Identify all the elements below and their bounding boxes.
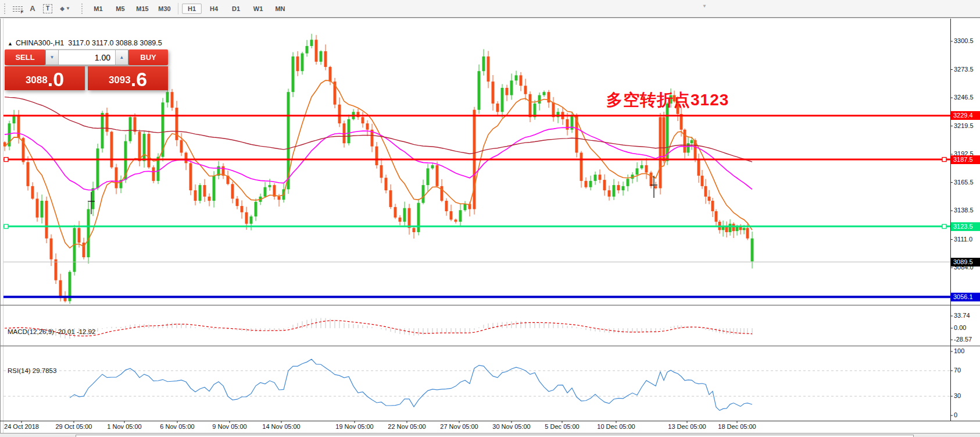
price-badge-3056.1: 3056.1 (951, 293, 980, 301)
volume-stepper: ▼ ▲ (45, 49, 128, 65)
arrows-glyph: ◆ (60, 5, 65, 12)
timeframe-button-m30[interactable]: M30 (155, 3, 174, 14)
macd-scale-label: 0.00 (954, 324, 966, 331)
sell-button[interactable]: SELL (5, 49, 45, 65)
timeframe-button-d1[interactable]: D1 (226, 3, 246, 14)
timeframe-button-w1[interactable]: W1 (248, 3, 268, 14)
time-axis-label: 24 Oct 2018 (4, 423, 39, 430)
timeframe-button-h4[interactable]: H4 (204, 3, 224, 14)
volume-decrease-button[interactable]: ▼ (46, 50, 59, 65)
sell-price-fraction: .0 (48, 69, 64, 89)
buy-price-main: 3093 (109, 72, 131, 89)
resistance-line-3187-handle[interactable] (4, 158, 8, 162)
mt4-application-window: { "toolbar": { "icons": [ {"name": "fibo… (0, 0, 980, 437)
price-tick-label: 3111.0 (954, 236, 972, 243)
time-axis-label: 5 Dec 05:00 (545, 423, 579, 430)
time-axis-label: 29 Oct 05:00 (56, 423, 92, 430)
timeframe-button-m15[interactable]: M15 (133, 3, 152, 14)
toolbar-separator (178, 3, 178, 15)
chinese-annotation-text: 多空转折点3123 (606, 89, 729, 111)
support-line-3123-handle[interactable] (942, 225, 946, 229)
timeframe-button-group: M1M5M15M30H1H4D1W1MN (87, 3, 291, 15)
sell-price-display[interactable]: 3088 .0 (5, 66, 85, 90)
timeframe-button-m1[interactable]: M1 (88, 3, 108, 14)
toolbar: F A T ◆ ▼ M1M5M15M30H1H4D1W1MN ▼ (0, 0, 980, 17)
price-tick-label: 3138.5 (954, 207, 974, 214)
time-axis-label: 13 Dec 05:00 (668, 423, 706, 430)
time-axis-label: 19 Nov 05:00 (335, 423, 373, 430)
price-tick-label: 3219.5 (954, 122, 974, 129)
price-tick-label: 3300.5 (954, 37, 974, 44)
time-axis-label: 22 Nov 05:00 (388, 423, 425, 430)
toolbar-overflow-caret[interactable]: ▼ (702, 3, 707, 9)
price-badge-3229.4: 3229.4 (951, 111, 980, 120)
fibonacci-lines-glyph: F (13, 5, 23, 12)
rsi-indicator-label: RSI(14) 29.7853 (8, 367, 56, 374)
buy-price-fraction: .6 (131, 69, 147, 89)
buy-price-display[interactable]: 3093 .6 (88, 66, 168, 90)
resistance-line-3187-handle[interactable] (942, 158, 946, 162)
time-axis-label: 9 Nov 05:00 (212, 423, 246, 430)
volume-input[interactable] (59, 50, 115, 65)
timeframe-button-h1[interactable]: H1 (182, 3, 202, 14)
timeframe-button-m5[interactable]: M5 (110, 3, 130, 14)
macd-scale-label: -28.57 (954, 336, 972, 343)
rsi-scale-label: 30 (954, 392, 961, 399)
buy-button[interactable]: BUY (128, 49, 168, 65)
timeframe-button-mn[interactable]: MN (270, 3, 290, 14)
symbol-name: CHINA300-,H1 (16, 39, 64, 47)
support-line-3123-handle[interactable] (4, 225, 8, 229)
collapse-triangle-icon[interactable]: ▲ (8, 41, 13, 47)
price-badge-3187.5: 3187.5 (951, 155, 980, 164)
volume-increase-button[interactable]: ▲ (115, 50, 128, 65)
time-axis-label: 27 Nov 05:00 (440, 423, 478, 430)
chart-window: ▲CHINA300-,H1 3117.0 3117.0 3088.8 3089.… (0, 17, 980, 437)
macd-scale-label: 33.74 (954, 312, 970, 319)
one-click-trading-panel: SELL ▼ ▲ BUY 3088 .0 3093 .6 (5, 49, 168, 90)
time-axis-label: 14 Nov 05:00 (262, 423, 300, 430)
price-tick-label: 3273.5 (954, 66, 974, 73)
toolbar-grip-2[interactable] (81, 3, 84, 15)
time-axis-label: 10 Dec 05:00 (597, 423, 635, 430)
arrows-tool-icon[interactable]: ◆ ▼ (55, 2, 75, 15)
rsi-scale-label: 100 (954, 347, 964, 354)
time-axis-label: 1 Nov 05:00 (107, 423, 141, 430)
rsi-scale-label: 70 (954, 367, 961, 374)
rsi-scale-label: 0 (954, 411, 957, 418)
time-axis-label: 6 Nov 05:00 (160, 423, 194, 430)
price-tick-label: 3246.5 (954, 94, 974, 101)
arrows-dropdown-caret[interactable]: ▼ (66, 6, 70, 11)
chart-tab-bar[interactable] (0, 433, 980, 437)
text-label-glyph: T (43, 4, 52, 13)
text-label-tool-icon[interactable]: T (40, 2, 55, 15)
macd-indicator-label: MACD(12,26,9) -20.01 -12.92 (8, 328, 96, 335)
ohlc-values: 3117.0 3117.0 3088.8 3089.5 (68, 39, 162, 47)
price-badge-3089.5: 3089.5 (951, 258, 980, 267)
time-axis-label: 18 Dec 05:00 (718, 423, 756, 430)
price-tick-label: 3165.5 (954, 179, 974, 186)
chart-tab[interactable] (76, 435, 914, 437)
time-axis-label: 30 Nov 05:00 (492, 423, 530, 430)
price-badge-3123.5: 3123.5 (951, 222, 980, 231)
toolbar-grip[interactable] (3, 3, 6, 15)
text-tool-icon[interactable]: A (25, 2, 40, 15)
chart-title: ▲CHINA300-,H1 3117.0 3117.0 3088.8 3089.… (8, 39, 162, 47)
sell-price-main: 3088 (26, 72, 48, 89)
fibonacci-lines-icon[interactable]: F (10, 2, 25, 15)
